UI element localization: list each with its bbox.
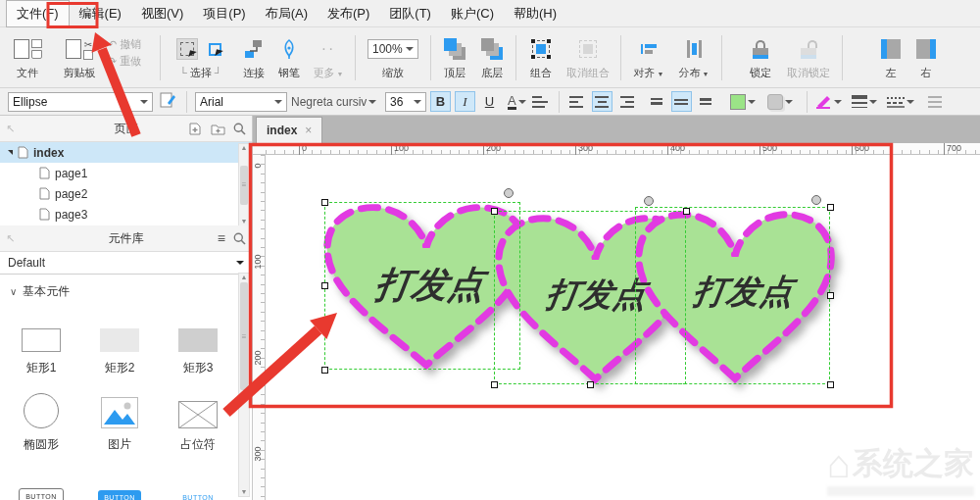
align-right-button[interactable] xyxy=(616,91,637,112)
left-edge-icon xyxy=(881,33,901,65)
align-left-button[interactable] xyxy=(567,91,588,112)
arrow-style-button[interactable] xyxy=(926,91,947,112)
rotate-handle[interactable] xyxy=(644,196,654,206)
widget-placeholder[interactable]: 占位符 xyxy=(159,382,237,459)
italic-button[interactable]: I xyxy=(455,91,475,112)
chevron-down-icon xyxy=(140,100,148,104)
send-to-back-button[interactable]: 底层 xyxy=(473,31,511,84)
resize-handle[interactable] xyxy=(491,208,498,215)
zoom-select[interactable]: 100% xyxy=(368,39,418,59)
file-button[interactable]: 文件 xyxy=(4,31,51,84)
font-size-select[interactable]: 36 xyxy=(385,92,426,112)
widget-rect1[interactable]: 矩形1 xyxy=(2,306,80,382)
lock-button[interactable]: 锁定 xyxy=(741,31,780,84)
group-button[interactable]: 组合 xyxy=(521,31,561,84)
search-icon[interactable] xyxy=(233,232,246,245)
rotate-handle[interactable] xyxy=(811,195,821,205)
line-color-icon xyxy=(815,94,832,109)
page-item-page3[interactable]: page3 xyxy=(0,204,252,225)
align-button[interactable]: 对齐▼ xyxy=(626,31,671,84)
font-family-select[interactable]: Arial xyxy=(195,92,287,112)
widget-link-button[interactable]: BUTTON 链接按钮 xyxy=(159,459,237,500)
undo-button[interactable]: ↶ 撤销 xyxy=(108,37,155,52)
expand-icon[interactable] xyxy=(8,150,13,155)
library-select[interactable]: Default xyxy=(0,252,252,275)
shape-style-select[interactable]: Ellipse xyxy=(8,92,153,112)
rotate-handle[interactable] xyxy=(504,188,514,198)
search-icon[interactable] xyxy=(233,123,246,135)
resize-handle[interactable] xyxy=(587,381,594,388)
panel-menu-icon[interactable]: ≡ xyxy=(218,230,225,246)
page-item-page2[interactable]: page2 xyxy=(0,183,252,204)
font-color-icon: A xyxy=(508,94,516,110)
bring-to-front-button[interactable]: 顶层 xyxy=(436,31,473,84)
collapse-panel-icon[interactable]: ↖ xyxy=(6,123,15,135)
toolbar-divider xyxy=(430,35,431,80)
align-left-edge-button[interactable]: 左 xyxy=(873,31,908,84)
valign-middle-button[interactable] xyxy=(671,91,692,112)
scrollbar-thumb[interactable]: ≡ xyxy=(240,166,248,205)
resize-handle[interactable] xyxy=(827,204,834,211)
widget-button[interactable]: BUTTON 按钮 xyxy=(2,459,80,500)
menu-view[interactable]: 视图(V) xyxy=(131,1,193,26)
menu-edit[interactable]: 编辑(E) xyxy=(70,1,131,26)
bullet-list-button[interactable] xyxy=(530,91,551,112)
line-color-button[interactable] xyxy=(815,92,842,112)
scrollbar-thumb[interactable]: ≡ xyxy=(240,282,248,390)
page-item-page1[interactable]: page1 xyxy=(0,163,252,183)
menu-publish[interactable]: 发布(P) xyxy=(318,1,379,26)
distribute-icon xyxy=(687,33,702,65)
resize-handle[interactable] xyxy=(827,292,834,299)
resize-handle[interactable] xyxy=(827,381,834,388)
resize-handle[interactable] xyxy=(491,381,498,388)
line-width-button[interactable] xyxy=(852,92,877,112)
fill-color-button[interactable] xyxy=(730,92,756,112)
collapse-panel-icon[interactable]: ↖ xyxy=(6,232,15,245)
ungroup-button[interactable]: 取消组合 xyxy=(561,31,615,84)
select-pointer-icon[interactable] xyxy=(204,38,225,60)
valign-bottom-button[interactable] xyxy=(696,91,716,112)
widget-image[interactable]: 图片 xyxy=(80,382,159,459)
select-tool[interactable]: └ 选择 ┘ xyxy=(166,31,236,84)
add-page-icon[interactable] xyxy=(189,123,203,135)
bold-button[interactable]: B xyxy=(430,91,451,112)
resize-handle[interactable] xyxy=(321,199,328,206)
menu-account[interactable]: 账户(C) xyxy=(441,1,504,26)
widget-rect2[interactable]: 矩形2 xyxy=(80,306,159,382)
resize-handle[interactable] xyxy=(321,367,328,374)
redo-button[interactable]: ↷ 重做 xyxy=(108,54,155,69)
tab-index[interactable]: index × xyxy=(256,117,322,143)
menu-help[interactable]: 帮助(H) xyxy=(504,1,566,26)
clipboard-button[interactable]: ✂ 剪贴板 xyxy=(51,31,108,84)
underline-button[interactable]: U xyxy=(479,91,500,112)
valign-top-button[interactable] xyxy=(647,91,667,112)
font-variant-select[interactable]: Negreta cursiv xyxy=(291,92,381,112)
menu-file[interactable]: 文件(F) xyxy=(6,0,70,27)
page-item-index[interactable]: index xyxy=(0,142,252,163)
distribute-button[interactable]: 分布▼ xyxy=(671,31,716,84)
widget-rect3[interactable]: 矩形3 xyxy=(159,306,237,382)
widget-ellipse[interactable]: 椭圆形 xyxy=(2,382,80,459)
pages-scrollbar[interactable]: ▲ ≡ ▼ xyxy=(238,143,250,226)
font-color-button[interactable]: A xyxy=(508,92,526,112)
widget-primary-button[interactable]: BUTTON 主要按钮 xyxy=(80,459,159,500)
close-icon[interactable]: × xyxy=(305,124,312,137)
connect-tool[interactable]: 连接 xyxy=(236,31,271,84)
widget-scrollbar[interactable]: ▲ ≡ ▼ xyxy=(238,273,250,497)
line-style-button[interactable] xyxy=(887,92,914,112)
menu-project[interactable]: 项目(P) xyxy=(193,1,255,26)
add-folder-icon[interactable] xyxy=(211,123,225,135)
menu-layout[interactable]: 布局(A) xyxy=(256,1,318,26)
align-center-button[interactable] xyxy=(592,91,612,112)
widget-section-header[interactable]: ∨ 基本元件 xyxy=(0,280,252,302)
select-marquee-icon[interactable] xyxy=(176,38,198,60)
pen-tool[interactable]: 钢笔 xyxy=(271,31,307,84)
resize-handle[interactable] xyxy=(683,208,690,215)
unlock-button[interactable]: 取消锁定 xyxy=(780,31,837,84)
align-right-edge-button[interactable]: 右 xyxy=(908,31,944,84)
resize-handle[interactable] xyxy=(321,282,328,289)
more-tools-button[interactable]: ·· 更多▼ xyxy=(307,31,350,84)
menu-team[interactable]: 团队(T) xyxy=(379,1,441,26)
edit-style-button[interactable] xyxy=(157,92,178,112)
shadow-button[interactable] xyxy=(767,92,793,112)
